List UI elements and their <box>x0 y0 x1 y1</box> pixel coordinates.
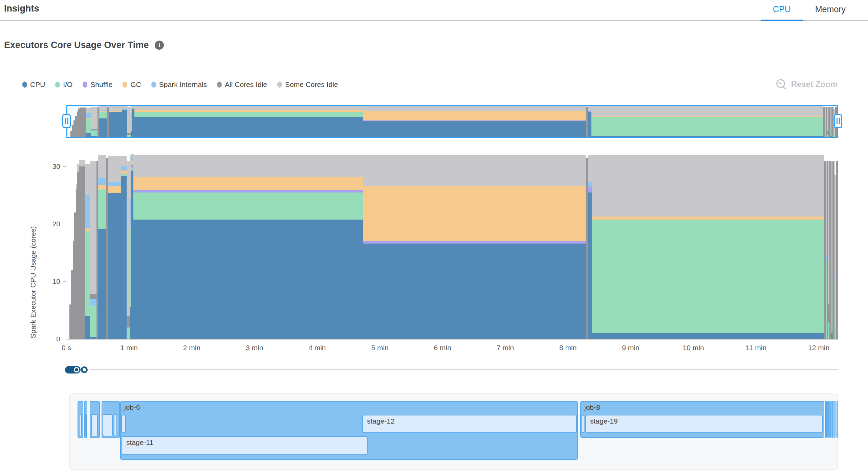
stage-bar[interactable] <box>85 414 87 436</box>
seg-some_idle <box>108 156 121 182</box>
seg-some_idle <box>133 155 363 177</box>
legend-item-cpu[interactable]: CPU <box>22 81 45 89</box>
seg-internals <box>122 108 128 109</box>
stage-bar[interactable] <box>581 415 584 433</box>
seg-cpu <box>90 337 96 339</box>
seg-gc <box>591 116 823 117</box>
y-tick-label: 30 <box>52 162 60 171</box>
y-tick-mark <box>63 281 66 282</box>
job-bar[interactable] <box>827 401 829 438</box>
job-label: job-6 <box>124 403 140 411</box>
seg-cpu <box>134 117 364 137</box>
legend-label: All Cores Idle <box>225 81 267 89</box>
seg-some_idle <box>122 106 128 108</box>
seg-all_idle <box>80 108 86 137</box>
stage-bar-stage-12[interactable]: stage-12 <box>362 415 577 433</box>
legend-item-all-cores-idle[interactable]: All Cores Idle <box>217 81 267 89</box>
info-icon[interactable]: i <box>155 41 164 50</box>
seg-gc <box>85 228 90 231</box>
stage-bar-stage-11[interactable]: stage-11 <box>122 436 368 455</box>
chart-slice <box>363 106 586 137</box>
legend-item-gc[interactable]: GC <box>123 81 141 89</box>
tab-cpu[interactable]: CPU <box>761 0 803 21</box>
chart-slice <box>588 154 592 339</box>
cpu-usage-area-chart[interactable] <box>66 154 838 340</box>
legend-item-i-o[interactable]: I/O <box>55 81 72 89</box>
seg-gc <box>86 118 91 119</box>
seg-shuffle <box>588 187 592 193</box>
legend-item-shuffle[interactable]: Shuffle <box>83 81 112 89</box>
chart-slice <box>90 154 96 339</box>
seg-gc <box>108 186 121 193</box>
reset-zoom-button[interactable]: Reset Zoom <box>776 79 838 89</box>
legend-label: Spark Internals <box>159 81 207 89</box>
chart-slice <box>86 106 91 137</box>
x-tick-label: 3 min <box>246 344 263 352</box>
legend-label: I/O <box>63 81 72 89</box>
seg-shuffle <box>134 112 364 112</box>
seg-shuffle <box>363 120 586 121</box>
chart-slice <box>134 106 364 137</box>
seg-gc <box>99 111 107 112</box>
seg-some_idle <box>127 161 130 316</box>
job-bar[interactable] <box>831 401 833 438</box>
seg-gc <box>109 111 122 112</box>
seg-some_idle <box>588 155 592 182</box>
chart-legend: CPUI/OShuffleGCSpark InternalsAll Cores … <box>22 81 338 89</box>
job-label: job-8 <box>584 403 600 411</box>
job-bar[interactable] <box>833 401 836 438</box>
seg-some_idle <box>588 106 592 111</box>
chart-slice <box>99 106 107 137</box>
stage-bar[interactable] <box>114 414 117 436</box>
chart-slice <box>363 154 586 339</box>
seg-some_idle <box>134 106 364 110</box>
x-tick-label: 5 min <box>371 344 388 352</box>
x-axis: 0 s1 min2 min3 min4 min5 min6 min7 min8 … <box>66 344 838 355</box>
stage-bar[interactable] <box>121 415 126 433</box>
seg-cpu <box>588 193 592 339</box>
job-bar[interactable] <box>825 401 827 438</box>
stage-bar[interactable] <box>79 414 82 436</box>
seg-some_idle <box>90 161 96 294</box>
seg-internals <box>85 195 90 228</box>
chart-slice <box>91 106 97 137</box>
legend-item-some-cores-idle[interactable]: Some Cores Idle <box>277 81 338 89</box>
navigator-handle-right[interactable] <box>834 114 842 128</box>
x-tick-label: 8 min <box>559 344 577 352</box>
seg-cpu <box>99 118 107 137</box>
stage-bar-stage-19[interactable]: stage-19 <box>585 415 823 433</box>
seg-some_idle <box>98 155 106 178</box>
legend-dot-shuffle <box>83 82 87 88</box>
legend-item-spark-internals[interactable]: Spark Internals <box>151 81 207 89</box>
seg-io <box>121 174 127 176</box>
legend-dot-some-cores-idle <box>277 82 282 88</box>
seg-all_idle <box>91 129 97 130</box>
seg-gc <box>98 185 106 190</box>
x-tick-label: 4 min <box>308 344 326 352</box>
navigator-mini-chart <box>67 106 837 137</box>
x-tick-label: 7 min <box>497 344 514 352</box>
stage-bar[interactable] <box>103 414 113 436</box>
toggle-ring[interactable] <box>81 366 88 373</box>
chart-slice <box>108 154 121 339</box>
y-tick-label: 0 <box>56 335 60 343</box>
chart-navigator[interactable] <box>66 105 838 138</box>
seg-io <box>90 306 96 337</box>
x-tick-label: 12 min <box>808 344 829 352</box>
legend-label: GC <box>130 81 141 89</box>
seg-internals <box>108 182 121 186</box>
seg-io <box>99 112 107 118</box>
legend-dot-spark-internals <box>151 82 156 88</box>
seg-some_idle <box>79 160 85 166</box>
seg-internals <box>91 130 97 131</box>
tab-memory[interactable]: Memory <box>803 0 858 21</box>
chart-slice <box>836 154 839 339</box>
seg-gc <box>134 110 364 112</box>
x-tick-label: 9 min <box>622 344 639 352</box>
job-bar[interactable] <box>837 401 838 438</box>
navigator-handle-left[interactable] <box>62 114 71 128</box>
stage-bar[interactable] <box>91 414 98 436</box>
seg-internals <box>588 182 592 187</box>
seg-cpu <box>91 136 97 137</box>
job-bar[interactable] <box>829 401 831 438</box>
